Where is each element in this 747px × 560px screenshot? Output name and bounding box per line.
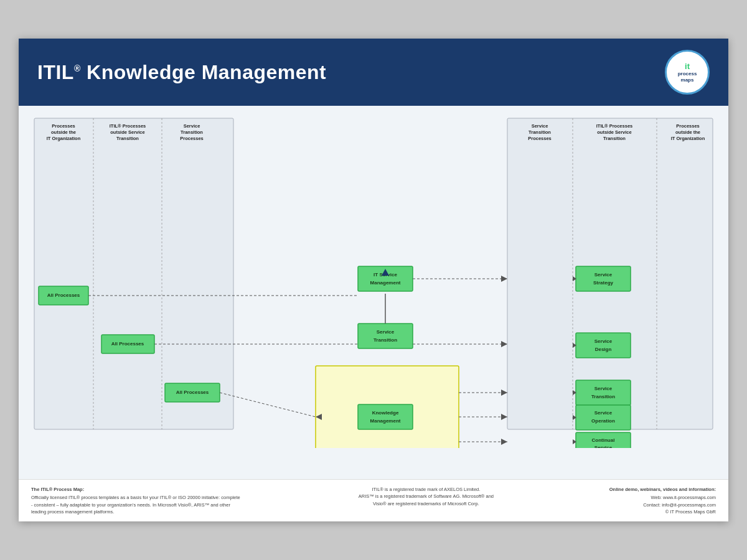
svg-text:outside Service: outside Service [110, 129, 144, 135]
svg-text:Transition: Transition [116, 136, 139, 141]
footer-left-title: The ITIL® Process Map: [31, 486, 243, 493]
svg-marker-39 [501, 439, 507, 445]
service-transition-center[interactable]: Service Transition [358, 324, 413, 348]
col-header-right3: Processes [676, 123, 700, 129]
service-design[interactable]: Service Design [576, 333, 631, 358]
footer-right-web: Web: www.it-processmaps.com [609, 494, 716, 501]
svg-text:Transition: Transition [374, 337, 397, 343]
col-header-left1: Processes [52, 123, 75, 129]
service-strategy[interactable]: Service Strategy [576, 266, 631, 291]
svg-text:Continual: Continual [592, 437, 615, 443]
svg-text:outside the: outside the [51, 129, 76, 135]
svg-text:Service: Service [594, 386, 613, 391]
svg-rect-50 [576, 380, 631, 405]
page: ITIL® Knowledge Management it process ma… [19, 39, 728, 521]
svg-text:Design: Design [595, 347, 612, 352]
service-operation[interactable]: Service Operation [576, 405, 631, 430]
col-header-left3: Service [184, 123, 200, 129]
svg-text:Operation: Operation [591, 418, 615, 424]
svg-text:Transition: Transition [591, 394, 615, 399]
svg-rect-27 [358, 324, 413, 348]
footer-center: ITIL® is a registered trade mark of AXEL… [359, 486, 494, 515]
svg-text:Strategy: Strategy [593, 280, 614, 286]
footer-right-copy: © IT Process Maps GbR [609, 508, 716, 515]
svg-text:All Processes: All Processes [111, 341, 144, 347]
svg-text:Service: Service [594, 272, 613, 278]
svg-rect-31 [358, 404, 413, 429]
header: ITIL® Knowledge Management it process ma… [19, 39, 728, 106]
svg-text:Service: Service [377, 329, 395, 335]
dashed-left3 [220, 393, 316, 417]
svg-rect-45 [576, 333, 631, 358]
all-processes-left1[interactable]: All Processes [39, 286, 88, 305]
svg-text:outside Service: outside Service [597, 129, 631, 135]
svg-text:Management: Management [370, 280, 401, 286]
svg-text:Knowledge: Knowledge [372, 410, 399, 416]
svg-text:IT Organization: IT Organization [47, 136, 81, 141]
all-processes-left2[interactable]: All Processes [101, 335, 154, 353]
service-transition-right[interactable]: Service Transition [576, 380, 631, 405]
knowledge-management[interactable]: Knowledge Management [358, 404, 413, 429]
footer-right: Online demo, webinars, videos and inform… [609, 486, 716, 515]
svg-rect-40 [576, 266, 631, 291]
svg-marker-35 [501, 276, 507, 282]
svg-text:Processes: Processes [528, 136, 552, 141]
svg-text:outside the: outside the [675, 129, 700, 135]
svg-text:Transition: Transition [603, 136, 626, 141]
col-header-right1: Service [532, 123, 548, 129]
svg-text:Service: Service [594, 445, 613, 448]
svg-text:Transition: Transition [181, 129, 203, 135]
footer-left-body: Officially licensed ITIL® process templa… [31, 494, 243, 515]
svg-text:Management: Management [370, 418, 401, 424]
footer-left: The ITIL® Process Map: Officially licens… [31, 486, 243, 515]
svg-rect-0 [34, 118, 233, 429]
svg-text:Service: Service [594, 338, 613, 344]
diagram-area: Processes outside the IT Organization IT… [19, 106, 728, 479]
svg-marker-38 [501, 414, 507, 420]
svg-rect-55 [576, 405, 631, 430]
footer-center-body: ITIL® is a registered trade mark of AXEL… [359, 486, 494, 507]
all-processes-left3[interactable]: All Processes [165, 383, 220, 402]
svg-marker-36 [501, 341, 507, 347]
svg-text:All Processes: All Processes [176, 390, 209, 395]
diagram-svg: Processes outside the IT Organization IT… [28, 112, 719, 448]
page-title: ITIL® Knowledge Management [37, 61, 326, 84]
col-header-left2: ITIL® Processes [110, 123, 146, 129]
svg-text:Processes: Processes [180, 136, 204, 141]
svg-text:IT Organization: IT Organization [671, 136, 705, 141]
col-header-right2: ITIL® Processes [596, 123, 632, 129]
continual-service-improvement[interactable]: Continual Service Improvement [576, 432, 631, 448]
svg-text:All Processes: All Processes [47, 292, 80, 298]
svg-text:Transition: Transition [529, 129, 551, 135]
svg-text:Service: Service [594, 410, 613, 416]
logo: it process maps [665, 50, 710, 95]
footer: The ITIL® Process Map: Officially licens… [19, 479, 728, 521]
footer-right-contact: Contact: info@it-processmaps.com [609, 502, 716, 508]
footer-right-title: Online demo, webinars, videos and inform… [609, 486, 716, 493]
svg-marker-37 [501, 390, 507, 396]
